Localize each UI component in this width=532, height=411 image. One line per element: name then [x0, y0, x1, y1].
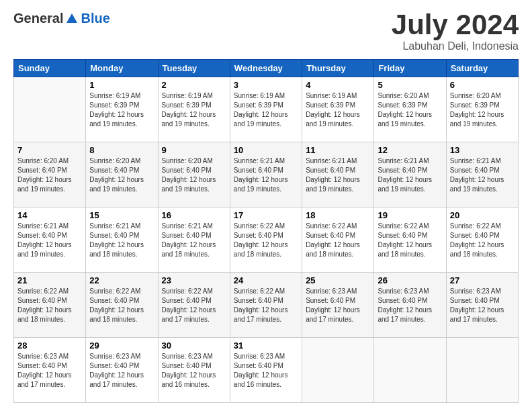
day-number: 27 [450, 275, 515, 285]
logo-text: General Blue [13, 11, 110, 26]
day-number: 17 [234, 210, 298, 220]
day-number: 23 [162, 275, 226, 285]
day-info: Sunrise: 6:23 AM Sunset: 6:40 PM Dayligh… [17, 352, 82, 390]
calendar-cell: 18Sunrise: 6:22 AM Sunset: 6:40 PM Dayli… [302, 208, 374, 273]
day-info: Sunrise: 6:20 AM Sunset: 6:39 PM Dayligh… [378, 91, 442, 129]
calendar-cell: 25Sunrise: 6:23 AM Sunset: 6:40 PM Dayli… [302, 273, 374, 338]
calendar-cell: 8Sunrise: 6:20 AM Sunset: 6:40 PM Daylig… [86, 142, 158, 208]
calendar-cell: 12Sunrise: 6:21 AM Sunset: 6:40 PM Dayli… [374, 142, 446, 208]
calendar-cell: 2Sunrise: 6:19 AM Sunset: 6:39 PM Daylig… [158, 77, 230, 142]
day-number: 18 [306, 210, 370, 220]
day-number: 10 [234, 145, 298, 155]
day-number: 22 [89, 275, 154, 285]
day-info: Sunrise: 6:22 AM Sunset: 6:40 PM Dayligh… [450, 222, 515, 259]
header: General Blue July 2024 Labuhan Deli, Ind… [13, 11, 519, 52]
calendar-header-row: SundayMondayTuesdayWednesdayThursdayFrid… [14, 60, 519, 77]
day-number: 30 [162, 340, 226, 351]
calendar-cell: 3Sunrise: 6:19 AM Sunset: 6:39 PM Daylig… [230, 77, 302, 142]
day-info: Sunrise: 6:23 AM Sunset: 6:40 PM Dayligh… [450, 287, 515, 324]
calendar-cell: 14Sunrise: 6:21 AM Sunset: 6:40 PM Dayli… [14, 208, 86, 273]
calendar-cell: 24Sunrise: 6:22 AM Sunset: 6:40 PM Dayli… [230, 273, 302, 338]
day-number: 9 [162, 145, 226, 155]
calendar-cell: 20Sunrise: 6:22 AM Sunset: 6:40 PM Dayli… [446, 208, 518, 273]
calendar-table: SundayMondayTuesdayWednesdayThursdayFrid… [13, 59, 519, 403]
logo-blue: Blue [81, 11, 109, 26]
day-header-wednesday: Wednesday [230, 60, 302, 77]
title-block: July 2024 Labuhan Deli, Indonesia [392, 11, 519, 52]
day-info: Sunrise: 6:22 AM Sunset: 6:40 PM Dayligh… [162, 287, 226, 324]
day-info: Sunrise: 6:19 AM Sunset: 6:39 PM Dayligh… [162, 91, 226, 129]
calendar-cell: 4Sunrise: 6:19 AM Sunset: 6:39 PM Daylig… [302, 77, 374, 142]
day-number: 28 [17, 340, 82, 351]
calendar-week-2: 7Sunrise: 6:20 AM Sunset: 6:40 PM Daylig… [14, 142, 519, 208]
day-number: 25 [306, 275, 370, 285]
day-number: 4 [306, 80, 370, 90]
day-number: 14 [17, 210, 82, 220]
calendar-cell: 23Sunrise: 6:22 AM Sunset: 6:40 PM Dayli… [158, 273, 230, 338]
day-number: 1 [89, 80, 154, 90]
day-number: 16 [162, 210, 226, 220]
calendar-cell: 10Sunrise: 6:21 AM Sunset: 6:40 PM Dayli… [230, 142, 302, 208]
calendar-cell: 6Sunrise: 6:20 AM Sunset: 6:39 PM Daylig… [446, 77, 518, 142]
page: General Blue July 2024 Labuhan Deli, Ind… [0, 0, 532, 411]
day-info: Sunrise: 6:23 AM Sunset: 6:40 PM Dayligh… [162, 352, 226, 390]
day-number: 5 [378, 80, 442, 90]
day-info: Sunrise: 6:23 AM Sunset: 6:40 PM Dayligh… [89, 352, 154, 390]
day-number: 11 [306, 145, 370, 155]
day-info: Sunrise: 6:23 AM Sunset: 6:40 PM Dayligh… [234, 352, 298, 390]
day-header-tuesday: Tuesday [158, 60, 230, 77]
day-info: Sunrise: 6:21 AM Sunset: 6:40 PM Dayligh… [306, 156, 370, 194]
day-info: Sunrise: 6:20 AM Sunset: 6:40 PM Dayligh… [89, 156, 154, 194]
calendar-cell: 7Sunrise: 6:20 AM Sunset: 6:40 PM Daylig… [14, 142, 86, 208]
calendar-cell: 9Sunrise: 6:20 AM Sunset: 6:40 PM Daylig… [158, 142, 230, 208]
calendar-cell: 26Sunrise: 6:23 AM Sunset: 6:40 PM Dayli… [374, 273, 446, 338]
day-info: Sunrise: 6:23 AM Sunset: 6:40 PM Dayligh… [306, 287, 370, 324]
calendar-cell: 5Sunrise: 6:20 AM Sunset: 6:39 PM Daylig… [374, 77, 446, 142]
calendar-cell: 11Sunrise: 6:21 AM Sunset: 6:40 PM Dayli… [302, 142, 374, 208]
day-info: Sunrise: 6:22 AM Sunset: 6:40 PM Dayligh… [378, 222, 442, 259]
calendar-week-5: 28Sunrise: 6:23 AM Sunset: 6:40 PM Dayli… [14, 338, 519, 403]
day-number: 20 [450, 210, 515, 220]
day-number: 6 [450, 80, 515, 90]
calendar-cell: 16Sunrise: 6:21 AM Sunset: 6:40 PM Dayli… [158, 208, 230, 273]
logo-icon [65, 12, 79, 26]
day-info: Sunrise: 6:22 AM Sunset: 6:40 PM Dayligh… [234, 222, 298, 259]
day-info: Sunrise: 6:19 AM Sunset: 6:39 PM Dayligh… [89, 91, 154, 129]
month-title: July 2024 [392, 11, 519, 39]
day-info: Sunrise: 6:23 AM Sunset: 6:40 PM Dayligh… [378, 287, 442, 324]
day-info: Sunrise: 6:20 AM Sunset: 6:39 PM Dayligh… [450, 91, 515, 129]
day-number: 3 [234, 80, 298, 90]
day-info: Sunrise: 6:22 AM Sunset: 6:40 PM Dayligh… [234, 287, 298, 324]
calendar-cell: 30Sunrise: 6:23 AM Sunset: 6:40 PM Dayli… [158, 338, 230, 403]
day-header-thursday: Thursday [302, 60, 374, 77]
logo-general: General [13, 11, 63, 26]
day-header-monday: Monday [86, 60, 158, 77]
svg-marker-0 [66, 13, 77, 23]
calendar-cell: 22Sunrise: 6:22 AM Sunset: 6:40 PM Dayli… [86, 273, 158, 338]
day-info: Sunrise: 6:22 AM Sunset: 6:40 PM Dayligh… [17, 287, 82, 324]
day-info: Sunrise: 6:21 AM Sunset: 6:40 PM Dayligh… [162, 222, 226, 259]
day-info: Sunrise: 6:21 AM Sunset: 6:40 PM Dayligh… [378, 156, 442, 194]
day-info: Sunrise: 6:20 AM Sunset: 6:40 PM Dayligh… [17, 156, 82, 194]
calendar-cell: 31Sunrise: 6:23 AM Sunset: 6:40 PM Dayli… [230, 338, 302, 403]
calendar-cell: 1Sunrise: 6:19 AM Sunset: 6:39 PM Daylig… [86, 77, 158, 142]
day-number: 26 [378, 275, 442, 285]
calendar-cell: 15Sunrise: 6:21 AM Sunset: 6:40 PM Dayli… [86, 208, 158, 273]
day-info: Sunrise: 6:19 AM Sunset: 6:39 PM Dayligh… [234, 91, 298, 129]
day-number: 7 [17, 145, 82, 155]
calendar-cell: 29Sunrise: 6:23 AM Sunset: 6:40 PM Dayli… [86, 338, 158, 403]
day-header-sunday: Sunday [14, 60, 86, 77]
day-number: 29 [89, 340, 154, 351]
calendar-cell: 13Sunrise: 6:21 AM Sunset: 6:40 PM Dayli… [446, 142, 518, 208]
day-info: Sunrise: 6:20 AM Sunset: 6:40 PM Dayligh… [162, 156, 226, 194]
day-number: 21 [17, 275, 82, 285]
day-number: 15 [89, 210, 154, 220]
calendar-cell: 19Sunrise: 6:22 AM Sunset: 6:40 PM Dayli… [374, 208, 446, 273]
day-number: 31 [234, 340, 298, 351]
day-number: 2 [162, 80, 226, 90]
day-header-saturday: Saturday [446, 60, 518, 77]
day-info: Sunrise: 6:21 AM Sunset: 6:40 PM Dayligh… [17, 222, 82, 259]
day-number: 13 [450, 145, 515, 155]
calendar-cell: 17Sunrise: 6:22 AM Sunset: 6:40 PM Dayli… [230, 208, 302, 273]
calendar-cell: 28Sunrise: 6:23 AM Sunset: 6:40 PM Dayli… [14, 338, 86, 403]
